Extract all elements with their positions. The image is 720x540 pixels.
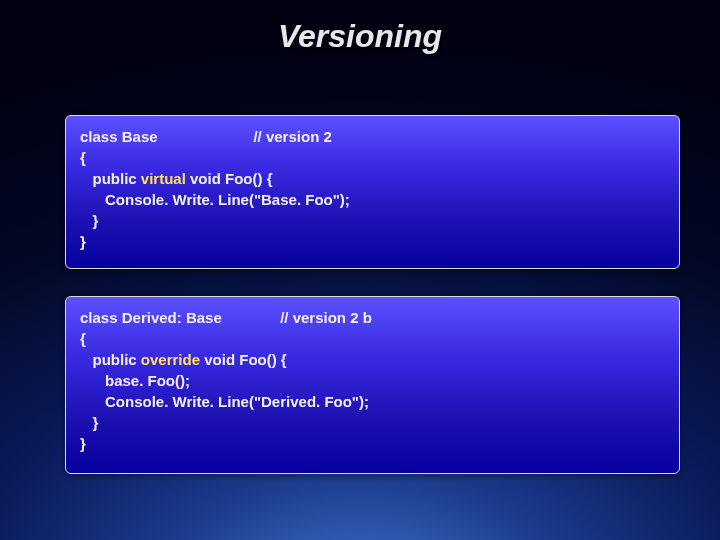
code-comment: // version 2	[253, 128, 331, 145]
code-line: class Derived: Base	[80, 309, 222, 326]
code-line: Console. Write. Line("Derived. Foo");	[80, 393, 369, 410]
keyword-virtual: virtual	[141, 170, 186, 187]
code-line: }	[80, 212, 98, 229]
code-comment: // version 2 b	[280, 309, 372, 326]
keyword-override: override	[141, 351, 200, 368]
slide-title: Versioning	[0, 18, 720, 55]
code-line: Console. Write. Line("Base. Foo");	[80, 191, 350, 208]
code-box-derived: class Derived: Base // version 2 b { pub…	[65, 296, 680, 474]
code-line: }	[80, 414, 98, 431]
code-line: void Foo() {	[200, 351, 287, 368]
code-line: }	[80, 233, 86, 250]
code-line: class Base	[80, 128, 158, 145]
code-box-base: class Base // version 2 { public virtual…	[65, 115, 680, 269]
code-line: public	[80, 170, 141, 187]
code-line: void Foo() {	[186, 170, 273, 187]
code-line: base. Foo();	[80, 372, 190, 389]
code-line: {	[80, 149, 86, 166]
code-line: {	[80, 330, 86, 347]
code-line: public	[80, 351, 141, 368]
code-line: }	[80, 435, 86, 452]
